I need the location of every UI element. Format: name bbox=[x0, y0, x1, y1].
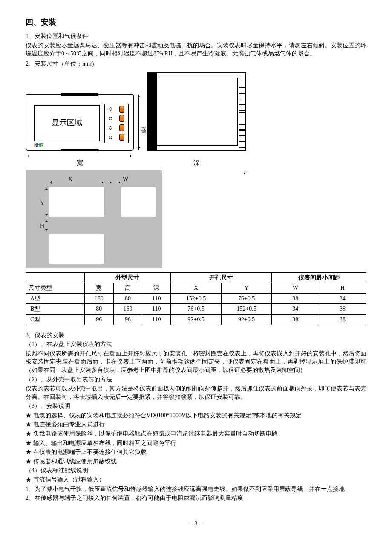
table-row: B型8016011076+0.5152+0.53438 bbox=[26, 304, 366, 315]
col-h: 高 bbox=[113, 283, 142, 294]
table-cell: 76+0.5 bbox=[221, 293, 272, 304]
table-cell: 92+0.5 bbox=[221, 314, 272, 325]
table-cell: 80 bbox=[113, 293, 142, 304]
button-pad bbox=[104, 104, 129, 143]
table-cell: 96 bbox=[113, 314, 142, 325]
table-cell: 110 bbox=[142, 304, 171, 315]
sec2-head: 2、安装尺寸（单位：mm） bbox=[26, 60, 366, 68]
screen-area: 显示区域 bbox=[34, 105, 100, 141]
sec3-head: 3、仪表的安装 bbox=[26, 331, 366, 340]
list-item: 电缆的选择、仪表的安装和电连接必须符合VD0100“1000V以下电路安装的有关… bbox=[26, 411, 366, 420]
col-x: X bbox=[171, 283, 222, 294]
col-d: 深 bbox=[142, 283, 171, 294]
group-cut: 开孔尺寸 bbox=[171, 272, 272, 283]
list-item: 在仪表的电源端子上不要连接任何其它负载 bbox=[26, 448, 366, 456]
dimensions-table: 外型尺寸 开孔尺寸 仪表间最小间距 尺寸类型 宽 高 深 X Y W H A型1… bbox=[26, 272, 366, 325]
table-cell: 38 bbox=[319, 304, 366, 315]
table-cell: 76+0.5 bbox=[171, 304, 222, 315]
label-h: H bbox=[40, 222, 44, 231]
width-label: 宽 bbox=[26, 159, 134, 167]
dimension-diagrams: 显示区域 NHR 高 宽 深 bbox=[26, 72, 366, 167]
table-cell: 38 bbox=[272, 293, 319, 304]
table-cell: 160 bbox=[84, 293, 113, 304]
sec3-2-body: 仪表的表芯可以从外壳中取出，其方法是将仪表前面板两侧的锁扣向外侧拨开，然后抓住仪… bbox=[26, 384, 366, 401]
label-w: W bbox=[123, 175, 128, 184]
section-title: 四、安装 bbox=[26, 17, 366, 28]
table-cell: 92+0.5 bbox=[171, 314, 222, 325]
sec3-4-head: （4）仪表标准配线说明 bbox=[26, 466, 366, 475]
install-notes-list: 电缆的选择、仪表的安装和电连接必须符合VD0100“1000V以下电路安装的有关… bbox=[26, 411, 366, 466]
table-cell: 152+0.5 bbox=[171, 293, 222, 304]
sec3-2-head: （2）、从外壳中取出表芯的方法 bbox=[26, 375, 366, 384]
table-cell: 38 bbox=[272, 314, 319, 325]
table-cell: 96 bbox=[84, 314, 113, 325]
label-y: Y bbox=[40, 199, 44, 208]
logo-nhr: NHR bbox=[34, 142, 43, 148]
table-cell: 34 bbox=[319, 293, 366, 304]
table-cell: 34 bbox=[272, 304, 319, 315]
sec3-3-head: （3）、安装说明 bbox=[26, 402, 366, 410]
col-ww: W bbox=[272, 283, 319, 294]
col-hh: H bbox=[319, 283, 366, 294]
col-type: 尺寸类型 bbox=[26, 283, 85, 294]
table-cell: 80 bbox=[84, 304, 113, 315]
col-y: Y bbox=[221, 283, 272, 294]
sec1-head: 1、安装位置和气候条件 bbox=[26, 32, 366, 40]
table-cell: C型 bbox=[26, 314, 85, 325]
group-gap: 仪表间最小间距 bbox=[272, 272, 366, 283]
sec3-1-body: 按照不同仪表所需的开孔尺寸在盘面上开好对应尺寸的安装孔，将密封圈套在仪表上，再将… bbox=[26, 349, 366, 375]
side-view-diagram: 深 bbox=[147, 72, 246, 167]
table-row: C型969611092+0.592+0.53838 bbox=[26, 314, 366, 325]
table-cell: 152+0.5 bbox=[221, 304, 272, 315]
table-row: A型16080110152+0.576+0.53834 bbox=[26, 293, 366, 304]
col-w: 宽 bbox=[84, 283, 113, 294]
height-label: 高 bbox=[140, 126, 147, 135]
page-number: – 3 – bbox=[26, 520, 366, 528]
sec3-4-2: 2、在传感器与端子之间接入的任何装置，都有可能由于电阻或漏流而影响测量精度 bbox=[26, 494, 366, 502]
list-item: 传感器和通讯线应使用屏蔽绞线 bbox=[26, 457, 366, 466]
list-item: 电连接必须由专业人员进行 bbox=[26, 420, 366, 429]
group-outer: 外型尺寸 bbox=[84, 272, 171, 283]
table-cell: 110 bbox=[142, 293, 171, 304]
spacing-diagram: X W Y H bbox=[26, 170, 162, 268]
sec3-4-star: 直流信号输入（过程输入） bbox=[26, 476, 366, 484]
depth-label: 深 bbox=[147, 159, 246, 167]
table-cell: 160 bbox=[113, 304, 142, 315]
front-view-diagram: 显示区域 NHR 高 宽 bbox=[26, 94, 134, 167]
sec3-4-1: 1、为了减小电气干扰，低压直流信号和传感器输入的连接线应远离强电走线。如果做不到… bbox=[26, 485, 366, 494]
table-cell: B型 bbox=[26, 304, 85, 315]
list-item: 输入、输出和电源应单独布线，同时相互之间避免平行 bbox=[26, 439, 366, 448]
table-cell: 110 bbox=[142, 314, 171, 325]
list-item: 负载电路应使用保险丝，以保护继电器触点在短路或电流超过继电器最大容量时自动切断电… bbox=[26, 430, 366, 438]
table-cell: 38 bbox=[319, 314, 366, 325]
col-type-head bbox=[26, 272, 85, 283]
sec3-4-star-wrap: 直流信号输入（过程输入） bbox=[26, 476, 366, 484]
table-cell: A型 bbox=[26, 293, 85, 304]
sec1-body: 仪表的安装应尽量远离马达、变压器等有冲击和震动及电磁干扰的场合。安装仪表时尽量保… bbox=[26, 41, 366, 58]
sec3-1-head: （1）、在表盘上安装仪表的方法 bbox=[26, 340, 366, 349]
label-x: X bbox=[68, 175, 72, 184]
